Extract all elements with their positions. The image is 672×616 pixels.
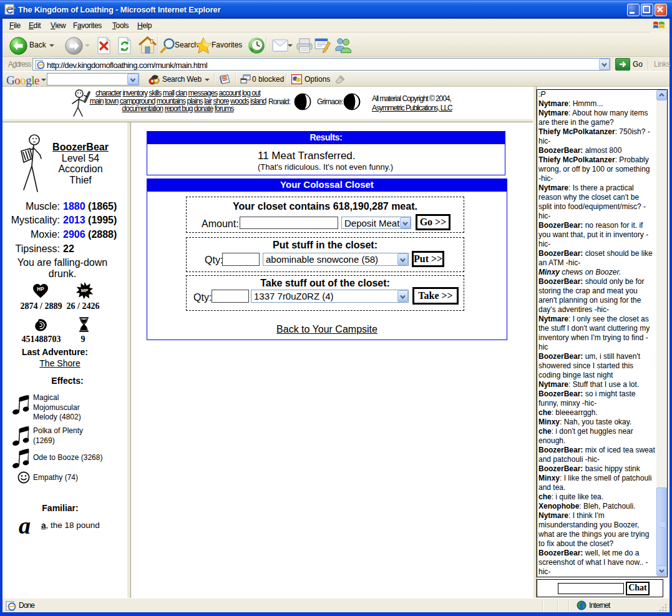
svg-text:MP: MP (81, 288, 88, 293)
svg-text:HP: HP (37, 286, 44, 292)
